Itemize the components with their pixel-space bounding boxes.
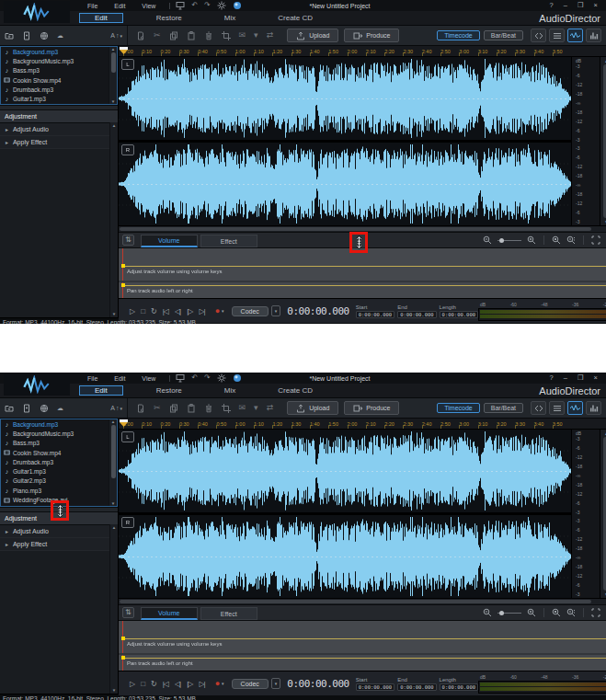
- step-forward-button[interactable]: |▷: [187, 680, 192, 688]
- codec-caret-icon[interactable]: ▾: [271, 305, 281, 316]
- lane-tab[interactable]: Effect: [200, 607, 257, 620]
- adjustment-section[interactable]: ► Apply Effect: [0, 136, 118, 149]
- zoom-selection-icon[interactable]: [566, 235, 576, 245]
- scrollbar-thumb[interactable]: [111, 52, 116, 73]
- stereo-waveform-canvas[interactable]: [119, 430, 571, 598]
- horizontal-scrollbar[interactable]: [119, 598, 606, 604]
- pan-envelope-line[interactable]: [122, 658, 606, 659]
- envelope-icon[interactable]: ✉: [239, 404, 246, 412]
- list-item[interactable]: ♪ Bass.mp3: [1, 439, 117, 448]
- room-tab[interactable]: Create CD: [269, 385, 322, 396]
- zoom-in-icon[interactable]: [527, 608, 536, 617]
- go-to-start-button[interactable]: |◁: [163, 680, 168, 688]
- play-button[interactable]: ▷: [130, 307, 134, 316]
- import-file-icon[interactable]: [22, 404, 31, 413]
- scrollbar-thumb[interactable]: [120, 600, 591, 603]
- help-button[interactable]: ?: [550, 2, 554, 9]
- scroll-up-icon[interactable]: ▲: [111, 419, 115, 424]
- upload-button[interactable]: Upload: [287, 401, 338, 415]
- menu-item[interactable]: Edit: [114, 3, 125, 9]
- produce-button[interactable]: Produce: [344, 401, 399, 415]
- adjustment-section[interactable]: ► Adjust Audio: [0, 525, 118, 538]
- upload-button[interactable]: Upload: [287, 29, 338, 42]
- produce-button[interactable]: Produce: [344, 29, 399, 42]
- zoom-slider[interactable]: [497, 613, 521, 614]
- range-field-value[interactable]: 0:00:00.000: [397, 683, 436, 691]
- close-button[interactable]: ×: [594, 374, 598, 382]
- adjustment-scrollbar[interactable]: ▲ ▼: [109, 524, 118, 694]
- timeline-ruler[interactable]: 0:000:100:200:300:400:501:001:101:201:30…: [119, 46, 606, 57]
- download-audio-icon[interactable]: [40, 31, 49, 40]
- step-forward-button[interactable]: |▷: [187, 307, 192, 316]
- step-backward-button[interactable]: ◁|: [175, 307, 180, 316]
- lane-tab[interactable]: Effect: [200, 235, 257, 247]
- vertical-scrollbar[interactable]: ▲ ▼: [600, 430, 606, 598]
- go-to-end-button[interactable]: ▷|: [199, 307, 204, 316]
- room-tab[interactable]: Mix: [215, 385, 245, 396]
- list-item[interactable]: ♪ BackgroundMusic.mp3: [1, 56, 117, 65]
- list-item[interactable]: ♪ Piano.mp3: [1, 486, 117, 495]
- list-item[interactable]: ♪ Drumback.mp3: [1, 457, 117, 466]
- lane-divider[interactable]: [119, 653, 606, 655]
- list-item[interactable]: ♪ Guitar2.mp3: [1, 104, 117, 105]
- list-item[interactable]: ♪ Bass.mp3: [1, 66, 117, 75]
- list-item[interactable]: ♪ Guitar2.mp3: [1, 476, 117, 486]
- adjustment-section[interactable]: ► Adjust Audio: [0, 123, 118, 136]
- cut-icon[interactable]: ✂: [154, 404, 161, 412]
- range-field-value[interactable]: 0:00:00.000: [440, 311, 478, 318]
- list-item[interactable]: ♪ Guitar1.mp3: [1, 466, 117, 476]
- delete-icon[interactable]: [204, 404, 213, 413]
- stop-button[interactable]: □: [141, 680, 144, 688]
- file-settings-icon[interactable]: [136, 31, 145, 40]
- scrollbar-thumb[interactable]: [603, 437, 606, 591]
- file-list-scrollbar[interactable]: ▲ ▼: [109, 419, 117, 506]
- convert-icon[interactable]: ⇄: [267, 404, 274, 412]
- room-tab[interactable]: Restore: [147, 13, 191, 23]
- scroll-up-icon[interactable]: ▲: [111, 47, 115, 52]
- horizontal-scrollbar[interactable]: [119, 225, 606, 232]
- playhead-marker-icon[interactable]: [120, 47, 129, 55]
- download-audio-icon[interactable]: [40, 404, 49, 413]
- codec-button[interactable]: Codec: [232, 306, 269, 316]
- minimize-button[interactable]: –: [564, 374, 567, 382]
- menu-item[interactable]: View: [142, 3, 155, 9]
- timecode-button[interactable]: Timecode: [437, 403, 479, 413]
- volume-envelope-line[interactable]: [122, 266, 606, 267]
- scroll-down-icon[interactable]: ▼: [112, 312, 116, 316]
- expand-lanes-icon[interactable]: ⇅: [122, 235, 134, 246]
- record-caret-icon[interactable]: ▾: [222, 308, 224, 314]
- list-item[interactable]: Cookin Show.mp4: [1, 448, 117, 457]
- delete-icon[interactable]: [204, 31, 213, 40]
- copy-icon[interactable]: [169, 31, 178, 40]
- zoom-out-icon[interactable]: [483, 608, 492, 617]
- list-item[interactable]: ♪ Guitar1.mp3: [1, 94, 117, 103]
- scroll-down-icon[interactable]: ▼: [111, 99, 115, 104]
- lane-tab[interactable]: Volume: [141, 607, 198, 620]
- menu-item[interactable]: File: [87, 375, 97, 382]
- zoom-slider[interactable]: [497, 240, 521, 241]
- volume-envelope-line[interactable]: [122, 638, 606, 639]
- expand-panel-icon[interactable]: [591, 235, 600, 245]
- scrollbar-thumb[interactable]: [120, 227, 591, 231]
- play-button[interactable]: ▷: [130, 680, 134, 688]
- expand-panel-icon[interactable]: [591, 608, 600, 617]
- list-item[interactable]: ♪ Background.mp3: [1, 47, 117, 56]
- waveform-display[interactable]: L R: [119, 430, 571, 598]
- zoom-selection-icon[interactable]: [566, 608, 576, 617]
- scroll-down-icon[interactable]: ▼: [111, 501, 115, 506]
- pan-keyframe-node[interactable]: [121, 283, 125, 287]
- scroll-up-icon[interactable]: ▲: [112, 123, 116, 128]
- lane-divider[interactable]: [119, 281, 606, 282]
- waveform-display[interactable]: L R: [119, 57, 571, 225]
- cut-icon[interactable]: ✂: [154, 31, 161, 40]
- restore-button[interactable]: ❒: [577, 374, 584, 382]
- codec-button[interactable]: Codec: [232, 679, 269, 689]
- help-button[interactable]: ?: [550, 374, 554, 382]
- list-item[interactable]: ♪ BackgroundMusic.mp3: [1, 429, 117, 438]
- copy-icon[interactable]: [169, 404, 178, 413]
- stop-button[interactable]: □: [141, 307, 144, 316]
- go-to-end-button[interactable]: ▷|: [199, 680, 204, 688]
- room-tab[interactable]: Edit: [79, 13, 123, 23]
- room-tab[interactable]: Create CD: [269, 13, 322, 23]
- file-list-scrollbar[interactable]: ▲ ▼: [109, 47, 117, 104]
